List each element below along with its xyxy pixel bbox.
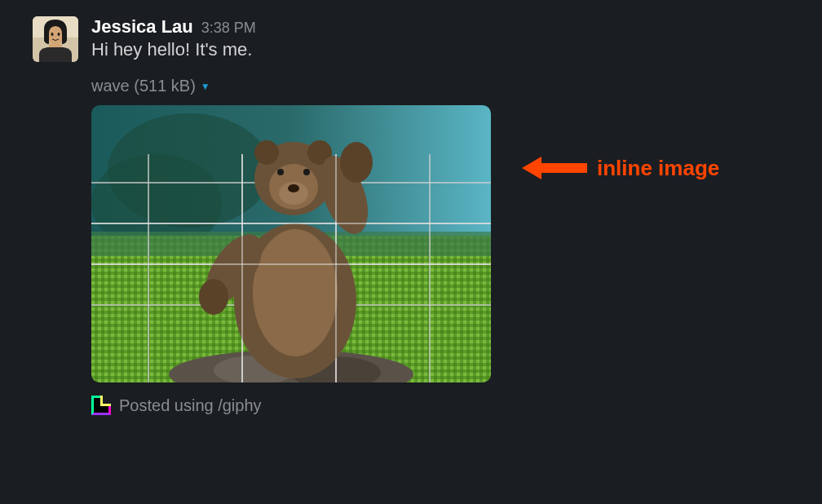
svg-point-4: [51, 33, 54, 36]
svg-point-33: [277, 169, 284, 175]
inline-image[interactable]: [91, 105, 491, 382]
attachment-label: wave (511 kB): [91, 77, 196, 95]
chevron-down-icon: ▼: [201, 81, 210, 92]
avatar[interactable]: [33, 16, 78, 62]
svg-point-26: [253, 229, 338, 356]
footer-text: Posted using /giphy: [119, 396, 262, 415]
timestamp[interactable]: 3:38 PM: [201, 20, 256, 37]
arrow-left-icon: [522, 155, 587, 181]
message-row: Jessica Lau 3:38 PM Hi hey hello! It's m…: [33, 16, 789, 415]
message-content: Jessica Lau 3:38 PM Hi hey hello! It's m…: [91, 16, 789, 415]
svg-point-36: [340, 142, 373, 183]
svg-point-5: [58, 33, 60, 36]
giphy-icon: [91, 396, 111, 415]
svg-point-32: [288, 184, 299, 192]
svg-marker-43: [522, 157, 587, 179]
svg-point-34: [303, 169, 310, 175]
message-text: Hi hey hello! It's me.: [91, 39, 789, 60]
svg-point-38: [199, 279, 228, 315]
username[interactable]: Jessica Lau: [91, 16, 193, 38]
attachment-header[interactable]: wave (511 kB) ▼: [91, 77, 789, 95]
annotation-callout: inline image: [522, 155, 719, 181]
message-header: Jessica Lau 3:38 PM: [91, 16, 789, 38]
annotation-label: inline image: [597, 156, 719, 181]
svg-point-29: [254, 140, 279, 165]
message-footer: Posted using /giphy: [91, 396, 789, 415]
